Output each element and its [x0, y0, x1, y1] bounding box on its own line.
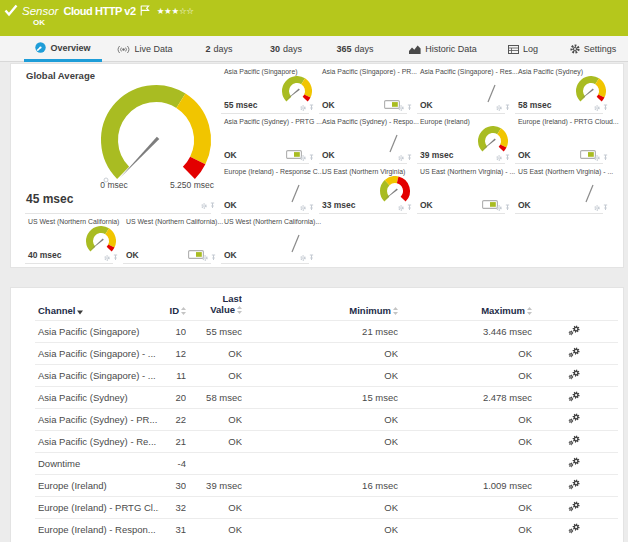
- gauge-pin-icon[interactable]: [603, 154, 608, 161]
- gauge-gear-icon[interactable]: [300, 255, 306, 261]
- gauge-gear-icon[interactable]: [202, 255, 208, 261]
- gauge-pin-icon[interactable]: [505, 204, 510, 211]
- gauge-gear-icon[interactable]: [300, 155, 306, 161]
- tab-2-days[interactable]: 2days: [198, 36, 240, 62]
- channel-settings-icon[interactable]: [568, 479, 581, 490]
- gauge-gear-icon[interactable]: [594, 105, 600, 111]
- cell-last-value: 55 msec: [186, 320, 242, 342]
- cell-last-value: 58 msec: [186, 386, 242, 408]
- gauge-pin-icon[interactable]: [603, 104, 608, 111]
- col-header-maximum[interactable]: Maximum: [398, 288, 532, 320]
- priority-stars[interactable]: ★★★☆☆: [157, 6, 194, 16]
- tab-historic-data[interactable]: Historic Data: [398, 36, 488, 62]
- tab-365-days[interactable]: 365days: [328, 36, 382, 62]
- channel-settings-icon[interactable]: [568, 347, 581, 358]
- gauge-pin-icon[interactable]: [210, 202, 215, 209]
- gauge-gear-icon[interactable]: [398, 205, 404, 211]
- cell-channel[interactable]: Asia Pacific (Singapore) - ...: [35, 364, 159, 386]
- gauge-pin-icon[interactable]: [407, 104, 412, 111]
- sort-icon[interactable]: [181, 307, 186, 315]
- gauge-pin-icon[interactable]: [309, 254, 314, 261]
- primary-gauge: [73, 80, 239, 188]
- gauge-pin-icon[interactable]: [113, 254, 118, 261]
- gauge-pin-icon[interactable]: [505, 154, 510, 161]
- channel-table-row: Europe (Ireland) - Respon...31OKOKOK: [35, 518, 618, 540]
- channel-gauge-cell: Asia Pacific (Singapore) 55 msec: [219, 64, 317, 114]
- sort-desc-icon[interactable]: [77, 310, 83, 315]
- chart-icon-wrap: [409, 45, 421, 54]
- gauge-pin-icon[interactable]: [211, 254, 216, 261]
- gauge-gear-icon[interactable]: [300, 105, 306, 111]
- tab-settings[interactable]: Settings: [562, 36, 624, 62]
- channel-gauge-title: Asia Pacific (Singapore): [224, 68, 298, 75]
- cell-actions: [532, 386, 618, 408]
- sensor-kind-label: Sensor: [22, 5, 58, 17]
- col-header-last-value[interactable]: Last Value: [186, 288, 242, 320]
- gauge-gear-icon[interactable]: [398, 105, 404, 111]
- gauge-gear-icon[interactable]: [104, 255, 110, 261]
- col-header-id[interactable]: ID: [159, 288, 186, 320]
- gauge-gear-icon[interactable]: [201, 203, 207, 209]
- sort-icon[interactable]: [527, 307, 532, 315]
- channel-table-panel: Channel ID Last Value Minimum Maximum As…: [10, 287, 624, 542]
- cell-maximum: OK: [398, 518, 532, 540]
- gauge-pin-icon[interactable]: [407, 204, 412, 211]
- cell-channel[interactable]: Europe (Ireland): [35, 474, 159, 496]
- gauge-pin-icon[interactable]: [309, 104, 314, 111]
- overview-icon: [35, 42, 46, 53]
- priority-flag-icon[interactable]: [140, 5, 150, 16]
- channel-settings-icon[interactable]: [568, 391, 581, 402]
- channel-settings-icon[interactable]: [568, 457, 581, 468]
- channel-settings-icon[interactable]: [568, 501, 581, 512]
- cell-channel[interactable]: Asia Pacific (Sydney) - Re...: [35, 430, 159, 452]
- gauge-gear-icon[interactable]: [594, 155, 600, 161]
- gauge-gear-icon[interactable]: [496, 205, 502, 211]
- channel-table-row: Asia Pacific (Sydney)2058 msec15 msec2.4…: [35, 386, 618, 408]
- cell-channel[interactable]: Asia Pacific (Singapore) - ...: [35, 342, 159, 364]
- channel-settings-icon[interactable]: [568, 325, 581, 336]
- cell-channel[interactable]: Downtime: [35, 452, 159, 474]
- cell-channel[interactable]: Asia Pacific (Sydney): [35, 386, 159, 408]
- gauge-gear-icon[interactable]: [496, 105, 502, 111]
- gauge-pin-icon[interactable]: [603, 204, 608, 211]
- channel-settings-icon[interactable]: [568, 369, 581, 380]
- channel-table: Channel ID Last Value Minimum Maximum As…: [35, 288, 618, 540]
- channel-settings-icon[interactable]: [568, 523, 581, 534]
- log-icon-wrap: [508, 45, 519, 54]
- channel-table-row: Downtime-4: [35, 452, 618, 474]
- gauge-pin-icon[interactable]: [505, 104, 510, 111]
- tab-label: Log: [523, 44, 538, 54]
- cell-last-value: [186, 452, 242, 474]
- gauge-gear-icon[interactable]: [300, 205, 306, 211]
- tab-log[interactable]: Log: [502, 36, 544, 62]
- cell-channel[interactable]: Asia Pacific (Sydney) - PR...: [35, 408, 159, 430]
- gauge-gear-icon[interactable]: [594, 205, 600, 211]
- channel-gauge-cell: US East (Northern Virginia) 33 msec: [317, 164, 415, 214]
- cell-separator: [123, 263, 211, 264]
- tab-live-data[interactable]: Live Data: [112, 36, 178, 62]
- gauge-pin-icon[interactable]: [309, 154, 314, 161]
- tab-30-days[interactable]: 30days: [262, 36, 310, 62]
- cell-action-icons: [104, 254, 118, 261]
- cell-channel[interactable]: Europe (Ireland) - Respon...: [35, 518, 159, 540]
- channel-gauge-value: OK: [126, 250, 139, 260]
- gauge-gear-icon[interactable]: [398, 155, 404, 161]
- gauge-pin-icon[interactable]: [407, 154, 412, 161]
- overview-icon-wrap: [35, 42, 46, 53]
- channel-settings-icon[interactable]: [568, 435, 581, 446]
- cell-action-icons: [496, 154, 510, 161]
- cell-channel[interactable]: Europe (Ireland) - PRTG Cl...: [35, 496, 159, 518]
- gauge-gear-icon[interactable]: [496, 155, 502, 161]
- cell-channel[interactable]: Asia Pacific (Singapore): [35, 320, 159, 342]
- channel-table-row: Europe (Ireland) - PRTG Cl...32OKOKOK: [35, 496, 618, 518]
- tab-number: 2: [205, 44, 210, 54]
- gauge-pin-icon[interactable]: [309, 204, 314, 211]
- tab-label: days: [283, 44, 302, 54]
- tab-overview[interactable]: Overview: [24, 36, 102, 62]
- sort-icon[interactable]: [393, 307, 398, 315]
- channel-settings-icon[interactable]: [568, 413, 581, 424]
- channel-gauge-title: US West (Northern California)...: [126, 218, 223, 225]
- col-header-channel[interactable]: Channel: [35, 288, 159, 320]
- col-header-minimum[interactable]: Minimum: [242, 288, 398, 320]
- sort-icon[interactable]: [237, 306, 242, 314]
